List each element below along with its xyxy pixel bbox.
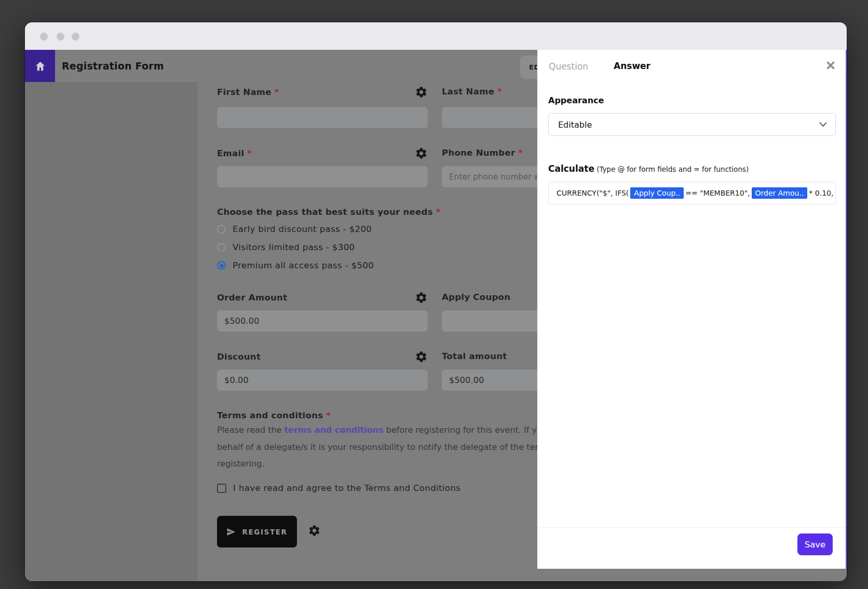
tab-question[interactable]: Question — [549, 61, 588, 72]
phone-placeholder: Enter phone number wit — [449, 172, 546, 182]
radio-label: Premium all access pass - $500 — [233, 261, 374, 270]
window-control-dot[interactable] — [40, 33, 48, 40]
email-input[interactable] — [217, 166, 428, 187]
calculate-hint: (Type @ for form fields and = for functi… — [594, 165, 749, 173]
tab-answer[interactable]: Answer — [614, 61, 650, 71]
email-label-row: Email* — [217, 147, 428, 160]
required-asterisk: * — [518, 148, 523, 158]
terms-checkbox-label: I have read and agree to the Terms and C… — [233, 483, 460, 493]
appearance-label: Appearance — [548, 95, 604, 105]
radio-icon[interactable] — [217, 243, 226, 252]
first-name-label-row: First Name* — [217, 86, 428, 99]
required-asterisk: * — [436, 207, 441, 217]
radio-label: Visitors limited pass - $300 — [233, 242, 355, 252]
gear-icon[interactable] — [415, 86, 428, 99]
terms-label: Terms and conditions* — [217, 410, 331, 420]
discount-label-row: Discount — [217, 350, 428, 363]
window-titlebar — [25, 22, 847, 50]
order-amount-input[interactable]: $500.00 — [217, 310, 428, 332]
calculate-label: Calculate — [548, 163, 594, 174]
window-control-dot[interactable] — [57, 33, 64, 40]
order-amount-value: $500.00 — [224, 316, 260, 326]
calculate-formula-input[interactable]: CURRENCY("$", IFS(Apply Coup.. == "MEMBE… — [548, 182, 836, 204]
formula-text: CURRENCY("$", IFS( — [557, 189, 629, 197]
required-asterisk: * — [247, 148, 252, 158]
discount-label: Discount — [217, 352, 261, 362]
first-name-label: First Name* — [217, 87, 279, 97]
appearance-select[interactable]: Editable — [548, 113, 836, 136]
terms-checkbox-row[interactable]: I have read and agree to the Terms and C… — [217, 483, 460, 493]
total-amount-value: $500.00 — [449, 375, 484, 385]
send-icon — [226, 527, 236, 537]
register-button[interactable]: REGISTER — [217, 516, 297, 547]
formula-field-chip-order-amount[interactable]: Order Amou.. — [752, 187, 808, 199]
formula-text: * 0.10, 0)) — [809, 189, 836, 197]
checkbox-icon[interactable] — [217, 484, 226, 493]
phone-label: Phone Number* — [442, 148, 523, 158]
page-title: Registration Form — [62, 50, 164, 82]
panel-footer-divider — [537, 527, 846, 528]
gear-icon[interactable] — [415, 350, 428, 363]
email-label: Email* — [217, 148, 252, 158]
discount-input[interactable]: $0.00 — [217, 369, 428, 391]
radio-option-visitors[interactable]: Visitors limited pass - $300 — [217, 242, 355, 252]
app-window: Registration Form EDIT First Name* Last … — [25, 22, 847, 581]
radio-option-early-bird[interactable]: Early bird discount pass - $200 — [217, 224, 372, 234]
radio-option-premium[interactable]: Premium all access pass - $500 — [217, 261, 374, 270]
chevron-down-icon — [819, 122, 827, 127]
register-button-label: REGISTER — [242, 528, 287, 536]
page-left-margin — [25, 82, 198, 581]
pass-group-label: Choose the pass that best suits your nee… — [217, 207, 440, 217]
discount-value: $0.00 — [224, 375, 249, 385]
formula-field-chip-apply-coupon[interactable]: Apply Coup.. — [630, 187, 684, 199]
required-asterisk: * — [275, 87, 279, 97]
radio-icon[interactable] — [217, 225, 226, 234]
home-icon — [34, 60, 46, 72]
home-button[interactable] — [25, 50, 55, 82]
appearance-selected-value: Editable — [558, 120, 592, 130]
terms-paragraph: Please read the terms and conditions bef… — [217, 422, 560, 473]
required-asterisk: * — [497, 87, 502, 97]
gear-icon[interactable] — [308, 524, 321, 537]
total-amount-label: Total amount — [442, 351, 507, 361]
radio-label: Early bird discount pass - $200 — [233, 224, 372, 234]
gear-icon[interactable] — [415, 147, 428, 160]
first-name-input[interactable] — [217, 107, 428, 128]
save-button[interactable]: Save — [797, 533, 833, 555]
apply-coupon-label: Apply Coupon — [442, 292, 510, 302]
radio-icon-selected[interactable] — [217, 261, 226, 270]
close-icon[interactable] — [825, 60, 836, 71]
gear-icon[interactable] — [415, 291, 428, 304]
calculate-label-row: Calculate (Type @ for form fields and = … — [548, 163, 749, 174]
order-amount-label-row: Order Amount — [217, 291, 428, 304]
last-name-label: Last Name* — [442, 87, 502, 97]
terms-link[interactable]: terms and conditions — [284, 425, 383, 435]
order-amount-label: Order Amount — [217, 293, 287, 303]
formula-text: == "MEMBER10", — [685, 189, 750, 197]
answer-settings-panel: Question Answer Appearance Editable Calc… — [537, 50, 847, 569]
window-control-dot[interactable] — [72, 33, 79, 40]
required-asterisk: * — [326, 410, 331, 420]
